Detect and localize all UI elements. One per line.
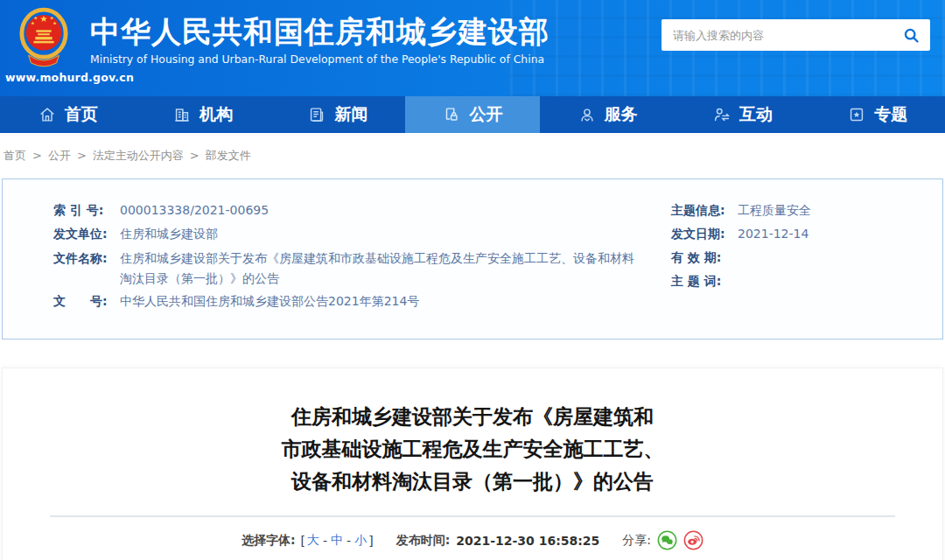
nav-tab-public[interactable]: 公开: [405, 96, 540, 133]
meta-label: 主题信息:: [671, 201, 738, 219]
publish-time-value: 2021-12-30 16:58:25: [456, 534, 599, 548]
meta-row-document-name: 文件名称: 住房和城乡建设部关于发布《房屋建筑和市政基础设施工程危及生产安全施工…: [53, 248, 671, 289]
meta-row-document-number: 文 号: 中华人民共和国住房和城乡建设部公告2021年第214号: [53, 292, 671, 310]
font-size-medium-link[interactable]: 中: [331, 533, 343, 549]
main-nav: 首页 机构 新闻 公开: [0, 96, 945, 133]
meta-label: 发文日期:: [671, 225, 738, 242]
interaction-arrows-icon: [712, 105, 732, 124]
meta-value: [738, 248, 764, 266]
nav-tab-news[interactable]: 新闻: [270, 96, 405, 133]
nav-tab-label: 服务: [605, 103, 638, 126]
meta-label: 发文单位:: [53, 225, 120, 242]
building-icon: [172, 105, 192, 124]
nav-tab-home[interactable]: 首页: [0, 96, 135, 133]
title-divider: [50, 515, 895, 517]
site-title: 中华人民共和国住房和城乡建设部: [90, 13, 550, 50]
nav-tab-organization[interactable]: 机构: [135, 96, 270, 133]
meta-value: 住房和城乡建设部关于发布《房屋建筑和市政基础设施工程危及生产安全施工工艺、设备和…: [120, 248, 671, 289]
article-title-line: 市政基础设施工程危及生产安全施工工艺、: [3, 433, 942, 466]
publish-time-label: 发布时间:: [396, 533, 451, 549]
breadcrumb-home[interactable]: 首页: [4, 148, 26, 164]
meta-value: 000013338/2021-00695: [120, 201, 295, 219]
wechat-share-icon[interactable]: [657, 530, 677, 550]
meta-value: 工程质量安全: [738, 201, 837, 219]
document-meta-card: 索 引 号: 000013338/2021-00695 发文单位: 住房和城乡建…: [2, 178, 943, 340]
font-selector-close-bracket: ]: [368, 534, 373, 548]
search-icon[interactable]: [901, 25, 920, 45]
font-selector-dash: -: [346, 534, 351, 548]
breadcrumb-separator: >: [32, 149, 42, 162]
meta-label: 索 引 号:: [53, 201, 120, 219]
meta-row-subject-info: 主题信息: 工程质量安全: [671, 201, 942, 219]
person-icon: [578, 105, 597, 124]
article-title-line: 设备和材料淘汰目录（第一批）》的公告: [3, 466, 942, 498]
meta-label: 文件名称:: [53, 248, 120, 289]
breadcrumb-separator: >: [77, 149, 87, 162]
meta-value: 住房和城乡建设部: [120, 225, 244, 242]
article-title: 住房和城乡建设部关于发布《房屋建筑和 市政基础设施工程危及生产安全施工工艺、 设…: [3, 401, 942, 498]
article-card: 住房和城乡建设部关于发布《房屋建筑和 市政基础设施工程危及生产安全施工工艺、 设…: [2, 368, 943, 560]
nav-tab-label: 首页: [65, 103, 98, 126]
search-box[interactable]: [662, 19, 930, 51]
nav-tab-label: 新闻: [334, 103, 368, 126]
meta-value: 2021-12-14: [738, 225, 835, 242]
meta-value: [738, 272, 764, 290]
meta-row-issue-date: 发文日期: 2021-12-14: [671, 225, 942, 242]
nav-tab-label: 专题: [874, 103, 907, 126]
nav-tab-label: 公开: [469, 103, 502, 126]
meta-value: 中华人民共和国住房和城乡建设部公告2021年第214号: [120, 292, 445, 310]
national-emblem-icon: [18, 6, 69, 69]
breadcrumb-public[interactable]: 公开: [48, 148, 71, 164]
share-label: 分享:: [622, 533, 651, 549]
breadcrumb: 首页 > 公开 > 法定主动公开内容 > 部发文件: [0, 133, 945, 178]
meta-row-index-number: 索 引 号: 000013338/2021-00695: [53, 201, 671, 219]
site-subtitle: Ministry of Housing and Urban-Rural Deve…: [90, 52, 550, 66]
font-selector: [ 大 - 中 - 小 ]: [301, 533, 374, 549]
star-badge-icon: [847, 105, 866, 124]
search-input[interactable]: [671, 28, 901, 43]
font-selector-dash: -: [323, 534, 327, 548]
site-header: www.mohurd.gov.cn 中华人民共和国住房和城乡建设部 Minist…: [0, 0, 945, 96]
home-icon: [38, 105, 57, 124]
news-icon: [307, 105, 326, 124]
font-selector-open-bracket: [: [301, 534, 305, 548]
meta-label: 主 题 词:: [671, 272, 738, 290]
breadcrumb-statutory-disclosure[interactable]: 法定主动公开内容: [93, 148, 184, 164]
font-selector-label: 选择字体:: [242, 533, 296, 549]
meta-label: 有 效 期:: [671, 248, 738, 266]
site-url: www.mohurd.gov.cn: [5, 71, 134, 84]
article-meta-bar: 选择字体: [ 大 - 中 - 小 ] 发布时间: 2021-12-30 16:…: [3, 530, 942, 550]
font-size-small-link[interactable]: 小: [354, 533, 367, 549]
nav-tab-services[interactable]: 服务: [540, 96, 675, 133]
nav-tab-label: 机构: [200, 103, 233, 126]
nav-tab-topics[interactable]: 专题: [810, 96, 945, 133]
font-size-large-link[interactable]: 大: [307, 533, 319, 549]
weibo-share-icon[interactable]: [683, 530, 704, 550]
breadcrumb-current-page: 部发文件: [206, 148, 251, 164]
meta-row-keywords: 主 题 词:: [671, 272, 942, 290]
document-lock-icon: [442, 105, 461, 124]
meta-row-issuing-unit: 发文单位: 住房和城乡建设部: [53, 225, 671, 242]
nav-tab-label: 互动: [739, 103, 773, 126]
nav-tab-interaction[interactable]: 互动: [675, 96, 809, 133]
meta-row-validity-period: 有 效 期:: [671, 248, 942, 266]
breadcrumb-separator: >: [190, 149, 200, 162]
meta-label: 文 号:: [53, 292, 120, 310]
article-title-line: 住房和城乡建设部关于发布《房屋建筑和: [3, 401, 942, 433]
